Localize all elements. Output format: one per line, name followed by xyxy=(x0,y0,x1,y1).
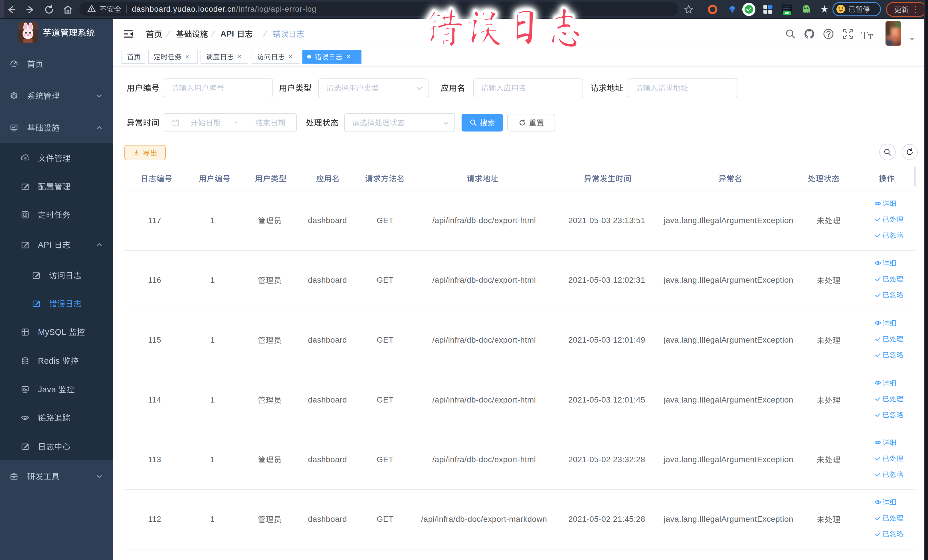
svg-text:on: on xyxy=(785,11,789,15)
